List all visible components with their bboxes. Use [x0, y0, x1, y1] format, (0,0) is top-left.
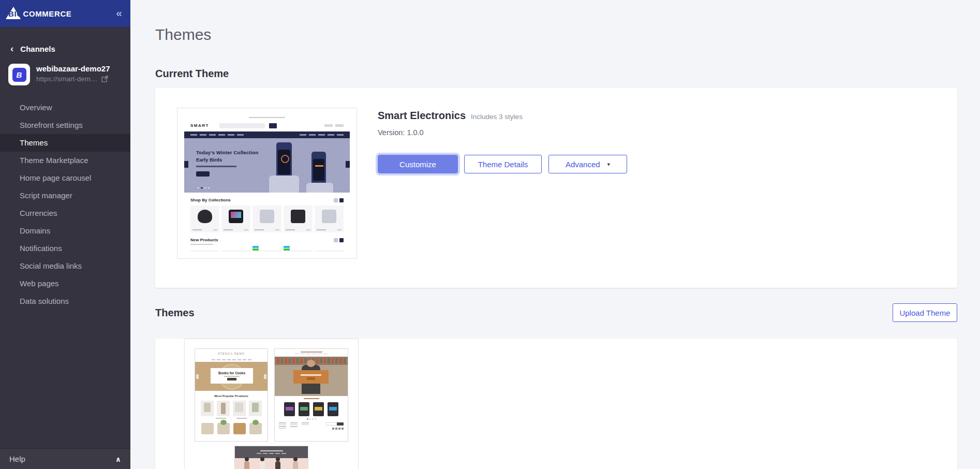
- sidebar-nav-item[interactable]: Social media links: [0, 257, 130, 275]
- advanced-dropdown-button[interactable]: Advanced ▾: [548, 155, 627, 173]
- page-title: Themes: [155, 26, 957, 43]
- current-theme-card: SMART Today's Winter Collection Early: [155, 88, 957, 288]
- preview-search-bar: [219, 123, 265, 128]
- chevron-up-icon: ∧: [115, 455, 121, 463]
- theme-actions: Customize Theme Details Advanced ▾: [378, 155, 627, 173]
- logo-wordmark: BIGCOMMERCE: [8, 9, 71, 18]
- help-bar[interactable]: Help ∧: [0, 448, 130, 469]
- channel-info: webibazaar-demo27 https://smart-dem…: [36, 64, 110, 83]
- theme-version: Version: 1.0.0: [378, 128, 627, 137]
- sidebar-nav-item[interactable]: Themes: [0, 134, 130, 152]
- coffee-products-row: [275, 402, 348, 416]
- preview-header: SMART: [184, 120, 350, 131]
- decorative-lines: [195, 418, 268, 419]
- sidebar-nav-item[interactable]: Theme Marketplace: [0, 152, 130, 169]
- current-theme-meta: Smart Electronics Includes 3 styles Vers…: [378, 110, 627, 173]
- decorative-lines: [275, 349, 348, 357]
- preview-account-links: [324, 124, 344, 127]
- channel-name: webibazaar-demo27: [36, 64, 110, 73]
- current-theme-thumbnail: SMART Today's Winter Collection Early: [177, 108, 357, 259]
- channel-avatar-icon: B: [12, 68, 26, 82]
- preview-collections-row: [184, 206, 350, 232]
- preview-search-button: [269, 123, 277, 128]
- channel-avatar: B: [8, 64, 30, 85]
- main-content: Themes Current Theme SMART: [130, 0, 980, 469]
- decorative-lines: [195, 358, 268, 362]
- channel-url-text: https://smart-dem…: [36, 75, 98, 83]
- sidebar-nav-item[interactable]: Storefront settings: [0, 116, 130, 134]
- preview-collections-heading-row: Shop By Collections: [184, 198, 350, 202]
- sidebar: BIGCOMMERCE « ‹ Channels B webibazaar-de…: [0, 0, 130, 469]
- sidebar-nav-item[interactable]: Home page carousel: [0, 169, 130, 187]
- preview-hero: Today's Winter Collection Early Birds: [184, 138, 350, 193]
- channels-label: Channels: [20, 45, 55, 53]
- preview-hero-dots: [197, 187, 210, 188]
- theme-style-preview-1: STENCIL DEMO Books for Cooks Most Popula…: [195, 348, 268, 442]
- theme-style-preview-3: [234, 446, 308, 469]
- theme-name: Smart Electronics: [378, 110, 466, 122]
- coffee-hero-photo: [275, 357, 348, 396]
- back-to-channels[interactable]: ‹ Channels: [10, 43, 122, 54]
- sidebar-nav-item[interactable]: Currencies: [0, 204, 130, 222]
- sidebar-nav-item[interactable]: Domains: [0, 222, 130, 240]
- collapse-sidebar-icon[interactable]: «: [116, 7, 122, 20]
- help-label: Help: [9, 455, 25, 463]
- preview-hero-arrow-left: [184, 161, 188, 168]
- sidebar-nav-item[interactable]: Web pages: [0, 275, 130, 292]
- decorative-lines: [235, 446, 308, 458]
- preview-announcement-bar: [184, 115, 350, 120]
- customize-button[interactable]: Customize: [378, 155, 458, 173]
- theme-item-cornerstone[interactable]: STENCIL DEMO Books for Cooks Most Popula…: [184, 339, 359, 469]
- preview-brand: SMART: [190, 123, 209, 128]
- preview-shop-button: [196, 171, 210, 177]
- sidebar-nav-item[interactable]: Notifications: [0, 240, 130, 257]
- preview-navbar: [184, 131, 350, 138]
- sidebar-nav-item[interactable]: Overview: [0, 99, 130, 116]
- fashion-hero: [235, 458, 308, 469]
- external-link-icon: [101, 76, 108, 82]
- theme-style-preview-2: [274, 348, 348, 442]
- books-hero: Books for Cooks: [195, 362, 268, 391]
- top-logo-bar: BIGCOMMERCE «: [0, 0, 130, 27]
- app-root: BIGCOMMERCE « ‹ Channels B webibazaar-de…: [0, 0, 980, 469]
- coffee-footer: [275, 422, 348, 430]
- preview-newproducts-heading-row: New Products: [184, 238, 350, 242]
- preview-hero-arrow-right: [346, 161, 350, 168]
- upload-theme-button[interactable]: Upload Theme: [893, 303, 957, 322]
- current-theme-heading: Current Theme: [155, 68, 957, 80]
- themes-section-header: Themes Upload Theme: [155, 303, 957, 322]
- theme-details-button[interactable]: Theme Details: [464, 155, 542, 173]
- channel-summary: B webibazaar-demo27 https://smart-dem…: [8, 64, 123, 85]
- books-products-row-2: [195, 423, 268, 434]
- preview-newproducts-row: [184, 250, 350, 252]
- smart-electronics-preview: SMART Today's Winter Collection Early: [184, 115, 350, 252]
- chevron-left-icon: ‹: [10, 43, 13, 54]
- channel-url-link[interactable]: https://smart-dem…: [36, 75, 110, 83]
- bigcommerce-logo: BIGCOMMERCE: [8, 6, 71, 21]
- sidebar-nav-item[interactable]: Script manager: [0, 187, 130, 204]
- sidebar-nav: Overview Storefront settings Themes Them…: [0, 99, 130, 310]
- theme-styles-note: Includes 3 styles: [471, 113, 523, 121]
- themes-list-card: STENCIL DEMO Books for Cooks Most Popula…: [155, 339, 957, 469]
- books-products-row: [195, 401, 268, 416]
- preview-hero-text: Today's Winter Collection Early Birds: [196, 150, 258, 177]
- sidebar-nav-item[interactable]: Data solutions: [0, 292, 130, 310]
- caret-down-icon: ▾: [607, 161, 611, 168]
- themes-heading: Themes: [155, 307, 195, 319]
